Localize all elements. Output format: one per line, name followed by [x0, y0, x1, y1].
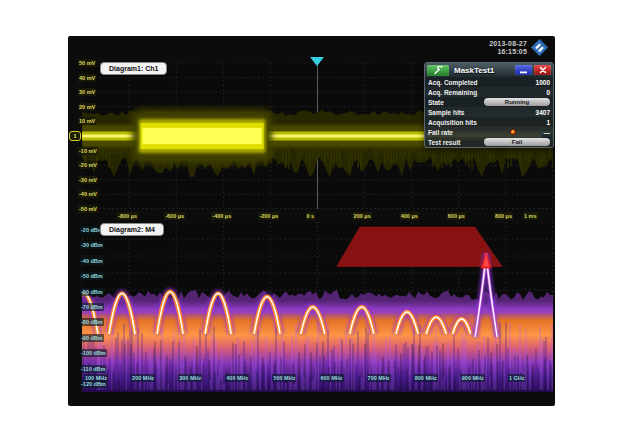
row-value: 1000	[536, 79, 550, 86]
dialog-row-acquisition-hits: Acquisition hits1	[425, 117, 553, 127]
d1-y-tick-label: -30 mV	[78, 176, 98, 184]
oscilloscope-screen: 2013-08-27 16:15:05 Diagram1: Ch1 50 mV4…	[68, 36, 555, 406]
d1-y-tick-label: 20 mV	[78, 103, 96, 111]
d2-y-tick-label: -60 dBm	[80, 288, 104, 296]
dialog-close-button[interactable]	[534, 65, 551, 75]
dialog-setup-button[interactable]	[427, 65, 449, 76]
d1-x-tick-label: 800 μs	[494, 212, 513, 220]
d2-y-tick-label: -70 dBm	[80, 303, 104, 311]
row-value-field[interactable]: Fail	[484, 138, 550, 146]
row-value-field[interactable]: Running	[484, 98, 550, 106]
d2-y-tick-label: -100 dBm	[80, 349, 107, 357]
rohde-schwarz-logo-icon	[531, 39, 548, 56]
row-label: Sample hits	[428, 109, 536, 116]
row-value: 1	[546, 119, 550, 126]
mask-test-dialog[interactable]: MaskTest1 Acq. Completed1000Acq. Remaini…	[424, 62, 554, 148]
row-value: 3407	[536, 109, 550, 116]
d2-y-tick-label: -80 dBm	[80, 318, 104, 326]
time-text: 16:15:05	[489, 48, 527, 56]
d1-x-tick-label: -400 μs	[211, 212, 232, 220]
d2-x-tick-label: 400 MHz	[225, 374, 249, 382]
d1-y-tick-label: 10 mV	[78, 117, 96, 125]
d1-x-tick-label: 200 μs	[353, 212, 372, 220]
row-value: ---	[544, 129, 551, 136]
dialog-row-sample-hits: Sample hits3407	[425, 107, 553, 117]
dialog-row-state: StateRunning	[425, 97, 553, 107]
d1-y-tick-label: -20 mV	[78, 161, 98, 169]
d1-x-tick-label: 0 s	[306, 212, 316, 220]
d2-x-tick-label: 800 MHz	[414, 374, 438, 382]
d2-y-tick-label: -50 dBm	[80, 272, 104, 280]
d1-x-tick-label: 600 μs	[447, 212, 466, 220]
d1-x-tick-label: -200 μs	[258, 212, 279, 220]
d1-x-tick-label: 400 μs	[400, 212, 419, 220]
row-label: Acq. Remaining	[428, 89, 546, 96]
diagram2-spectrum-plot	[82, 222, 553, 392]
diagram1-tab[interactable]: Diagram1: Ch1	[100, 62, 167, 75]
d2-y-tick-label: -90 dBm	[80, 334, 104, 342]
row-value: 0	[546, 89, 550, 96]
dialog-title: MaskTest1	[451, 66, 513, 75]
row-label: Test result	[428, 139, 484, 146]
d2-x-tick-label: 900 MHz	[461, 374, 485, 382]
dialog-minimize-button[interactable]	[515, 65, 532, 75]
d1-y-tick-label: 50 mV	[78, 59, 96, 67]
screenshot-background: 2013-08-27 16:15:05 Diagram1: Ch1 50 mV4…	[0, 0, 630, 430]
row-label: Acquisition hits	[428, 119, 546, 126]
d2-x-tick-label: 600 MHz	[320, 374, 344, 382]
d2-x-tick-label: 700 MHz	[367, 374, 391, 382]
d1-y-tick-label: -10 mV	[78, 147, 98, 155]
d1-y-tick-label: 30 mV	[78, 88, 96, 96]
alert-dot-icon	[510, 129, 516, 135]
datetime-display: 2013-08-27 16:15:05	[489, 40, 527, 56]
trigger-position-marker[interactable]	[310, 57, 324, 66]
dialog-row-test-result: Test resultFail	[425, 137, 553, 147]
d1-x-tick-label: 1 ms	[523, 212, 538, 220]
d1-y-tick-label: -50 mV	[78, 205, 98, 213]
dialog-row-fail-rate: Fail rate---	[425, 127, 553, 137]
d1-x-tick-label: -800 μs	[117, 212, 138, 220]
d2-y-tick-label: -110 dBm	[80, 365, 106, 373]
row-label: State	[428, 99, 484, 106]
mask-test-result-rows: Acq. Completed1000Acq. Remaining0StateRu…	[425, 77, 553, 147]
dialog-row-acq-remaining: Acq. Remaining0	[425, 87, 553, 97]
d2-x-tick-label: 100 MHz	[84, 374, 108, 382]
d2-y-tick-label: -40 dBm	[80, 257, 104, 265]
d1-y-tick-label: 40 mV	[78, 74, 96, 82]
dialog-row-acq-completed: Acq. Completed1000	[425, 77, 553, 87]
close-icon	[539, 66, 547, 74]
diagram2-tab[interactable]: Diagram2: M4	[100, 223, 164, 236]
row-label: Acq. Completed	[428, 79, 536, 86]
d1-x-tick-label: -600 μs	[164, 212, 185, 220]
d2-x-tick-label: 500 MHz	[272, 374, 296, 382]
d2-y-tick-label: -30 dBm	[80, 241, 104, 249]
date-text: 2013-08-27	[489, 40, 527, 48]
d2-x-tick-label: 1 GHz	[508, 374, 526, 382]
minimize-icon	[519, 67, 528, 74]
mask-test-dialog-titlebar: MaskTest1	[425, 63, 553, 77]
d2-x-tick-label: 200 MHz	[131, 374, 155, 382]
channel1-offset-marker[interactable]: 1	[69, 131, 81, 141]
d1-y-tick-label: -40 mV	[78, 190, 98, 198]
row-label: Fail rate	[428, 129, 510, 136]
wrench-icon	[433, 66, 444, 75]
d2-x-tick-label: 300 MHz	[178, 374, 202, 382]
